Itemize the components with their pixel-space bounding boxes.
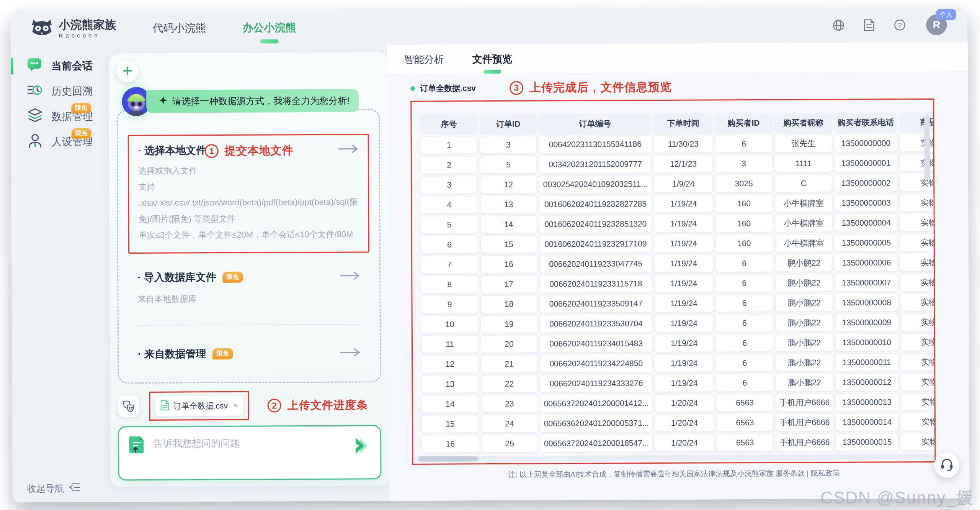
send-icon[interactable] bbox=[352, 437, 372, 456]
arrow-right-icon[interactable] bbox=[340, 271, 360, 281]
question-input-box[interactable] bbox=[118, 425, 382, 480]
table-cell: 6563 bbox=[716, 434, 774, 452]
option-from-data-management[interactable]: · 来自数据管理 限免 bbox=[129, 346, 370, 371]
table-cell: 手机用户6666 bbox=[776, 394, 833, 412]
table-cell: 12 bbox=[421, 355, 479, 373]
table-cell: 鹏小鹏22 bbox=[775, 294, 833, 312]
table-cell: 006620240119234333276 bbox=[540, 374, 652, 392]
table-cell: 1/20/24 bbox=[655, 414, 714, 432]
table-cell: 手机用户6666 bbox=[776, 413, 833, 431]
app-subtitle: Raccoon bbox=[59, 32, 116, 38]
table-cell: 实物 bbox=[900, 234, 936, 252]
sidebar-item-current-session[interactable]: 当前会话 bbox=[11, 53, 106, 79]
table-cell: 13500000015 bbox=[836, 433, 898, 451]
tab-file-preview-label: 文件预览 bbox=[472, 53, 512, 64]
table-cell: 15 bbox=[421, 415, 479, 433]
table-cell: 17 bbox=[480, 275, 537, 293]
table-cell: 12 bbox=[480, 175, 537, 194]
document-icon[interactable] bbox=[862, 19, 875, 32]
column-header: 商品 bbox=[899, 113, 936, 132]
support-button[interactable] bbox=[934, 453, 959, 478]
table-cell: 14 bbox=[480, 215, 537, 233]
table-cell: 19 bbox=[481, 315, 537, 333]
uploaded-file-chip[interactable]: 订单全数据.csv × bbox=[155, 396, 243, 416]
tab-office-raccoon[interactable]: 办公小浣熊 bbox=[242, 20, 296, 35]
table-cell: 1/19/24 bbox=[654, 215, 713, 233]
table-cell: 13500000005 bbox=[835, 234, 898, 252]
tab-smart-analysis[interactable]: 智能分析 bbox=[404, 52, 444, 66]
table-cell: 2 bbox=[420, 156, 478, 174]
table-cell: 160 bbox=[715, 235, 773, 253]
table-cell: 1/19/24 bbox=[654, 254, 713, 272]
table-cell: 实物 bbox=[900, 174, 936, 192]
upload-progress-annotation-box: 订单全数据.csv × bbox=[149, 391, 250, 421]
table-cell: 00160620240119232851320 bbox=[539, 215, 652, 233]
table-cell: 20 bbox=[481, 335, 537, 353]
help-icon[interactable]: ? bbox=[893, 18, 906, 31]
preview-file-name: 订单全数据.csv bbox=[420, 83, 476, 94]
tab-file-preview[interactable]: 文件预览 bbox=[472, 52, 512, 66]
table-cell: 006620240119233115718 bbox=[539, 275, 652, 293]
logo: 小浣熊家族 Raccoon bbox=[31, 18, 116, 39]
table-cell: 实物 bbox=[900, 294, 936, 312]
file-preview-annotation-box: 序号订单ID订单编号下单时间购买者ID购买者昵称购买者联系电话商品1300642… bbox=[410, 98, 936, 465]
table-cell: 实物 bbox=[900, 254, 936, 272]
sidebar-item-data-management[interactable]: 数据管理 限免 bbox=[11, 103, 106, 129]
table-cell: 25 bbox=[481, 435, 538, 453]
app-window: 小浣熊家族 Raccoon 代码小浣熊 办公小浣熊 bbox=[10, 7, 970, 503]
table-cell: 16 bbox=[480, 255, 537, 273]
table-cell: 003420231201152009777 bbox=[539, 155, 652, 173]
table-cell: 实物 bbox=[900, 134, 936, 152]
table-cell: 1/19/24 bbox=[654, 294, 713, 312]
annotation-number: 2 bbox=[268, 398, 281, 412]
table-cell: 006620240119234224850 bbox=[540, 354, 652, 372]
table-cell: 9 bbox=[421, 295, 478, 313]
table-cell: 11/30/23 bbox=[654, 135, 713, 153]
annotation-number: 1 bbox=[205, 144, 219, 158]
column-header: 下单时间 bbox=[653, 113, 712, 133]
product-tabs: 代码小浣熊 办公小浣熊 bbox=[152, 20, 296, 36]
column-header: 购买者昵称 bbox=[774, 113, 832, 133]
assistant-message-bubble: 请选择一种数据源方式，我将全力为您分析! bbox=[146, 89, 359, 113]
table-cell: 小牛棋牌室 bbox=[775, 234, 833, 252]
table-cell: 10 bbox=[421, 315, 479, 333]
arrow-right-icon[interactable] bbox=[338, 144, 359, 154]
table-cell: 13500000004 bbox=[835, 214, 898, 232]
table-cell: 小牛棋牌室 bbox=[775, 194, 832, 212]
privacy-link[interactable]: 隐私政策 bbox=[811, 469, 840, 477]
ai-disclaimer: 注: 以上回复全部由AI技术合成，复制传播需要遵守相关国家法律法规及小浣熊家族 … bbox=[412, 468, 936, 480]
table-cell: 1/9/24 bbox=[654, 175, 713, 193]
table-cell: 13 bbox=[421, 375, 479, 393]
table-cell: 1111 bbox=[775, 154, 832, 172]
question-input[interactable] bbox=[154, 437, 370, 449]
table-cell: 实物 bbox=[900, 154, 936, 172]
terms-link[interactable]: 服务条款 bbox=[776, 469, 805, 477]
vertical-scrollbar[interactable] bbox=[924, 115, 930, 180]
annotation-1: 1 提交本地文件 bbox=[205, 143, 294, 159]
watermark: CSDN @Sunny_媛 bbox=[820, 487, 974, 509]
sidebar: 当前会话 历史回溯 bbox=[11, 53, 108, 502]
table-cell: 0065637202401200001412... bbox=[540, 394, 653, 412]
arrow-right-icon[interactable] bbox=[340, 348, 361, 358]
option-import-database[interactable]: · 导入数据库文件 限免 来自本地数据库 bbox=[128, 269, 369, 307]
table-cell: 0065636202401200005371... bbox=[540, 414, 653, 432]
table-cell: 6 bbox=[716, 334, 773, 352]
table-cell: 1/19/24 bbox=[654, 235, 713, 253]
option-local-file[interactable]: · 选择本地文件 1 提交本地文件 选择或拖入文件 支持 .xlsx/.xls/… bbox=[128, 134, 369, 254]
disclaimer-text: 注: 以上回复全部由AI技术合成，复制传播需要遵守相关国家法律法规及小浣熊家族 bbox=[508, 469, 776, 479]
sidebar-item-history[interactable]: 历史回溯 bbox=[11, 78, 106, 104]
option-title: · 选择本地文件 bbox=[138, 143, 207, 157]
collapse-nav-button[interactable]: 收起导航 bbox=[27, 482, 81, 495]
tab-code-raccoon[interactable]: 代码小浣熊 bbox=[152, 21, 206, 36]
table-cell: 13500000009 bbox=[835, 313, 898, 331]
column-header: 订单编号 bbox=[539, 114, 651, 133]
new-session-button[interactable]: + bbox=[116, 60, 139, 82]
globe-icon[interactable] bbox=[832, 19, 845, 32]
table-cell: 13500000012 bbox=[835, 373, 898, 391]
horizontal-scrollbar[interactable] bbox=[418, 456, 478, 462]
persona-mask-button[interactable] bbox=[118, 395, 139, 417]
preview-content: 订单全数据.csv 3 上传完成后，文件信息预览 序号订单ID订单编号下单时间购… bbox=[387, 72, 970, 501]
sidebar-item-persona-management[interactable]: 人设管理 限免 bbox=[11, 129, 106, 154]
close-icon[interactable]: × bbox=[233, 401, 238, 411]
table-cell: 鹏小鹏22 bbox=[776, 374, 833, 392]
